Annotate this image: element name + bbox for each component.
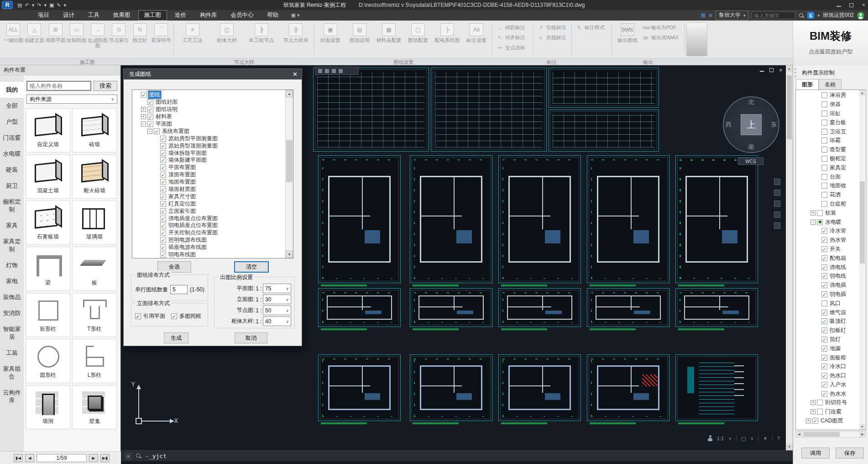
layer-checkbox[interactable] — [817, 210, 823, 216]
tree-item-label[interactable]: 顶面布置图 — [167, 171, 197, 179]
component-item[interactable]: 石膏板墙 — [26, 200, 70, 245]
layer-label[interactable]: 水电暖 — [824, 218, 842, 226]
nav-icon[interactable] — [774, 179, 780, 185]
layer-tree-item[interactable]: 燃气设 — [797, 308, 859, 317]
ribbon-small-button[interactable]: ↗引线标注 — [538, 24, 566, 31]
cancel-button[interactable]: 取消 — [235, 332, 267, 343]
tree-item-label[interactable]: 地面布置图 — [167, 178, 197, 186]
component-item[interactable]: 玻璃墙 — [72, 200, 117, 245]
menu-tab[interactable]: 工具 — [82, 10, 105, 21]
scroll-up-icon[interactable]: ▲ — [286, 90, 293, 97]
tree-item[interactable]: 照明电源布线图 — [135, 237, 284, 244]
layer-label[interactable]: 花洒 — [829, 191, 842, 199]
layer-tree-item[interactable]: 窗台板 — [797, 118, 859, 127]
tree-item[interactable]: 墙体新建平面图 — [135, 157, 284, 164]
tree-checkbox[interactable] — [160, 186, 166, 192]
tree-item[interactable]: 立面索引图 — [135, 207, 284, 215]
tree-item[interactable]: 强电插座点位布置图 — [135, 215, 284, 222]
layer-label[interactable]: 窗台板 — [829, 119, 847, 127]
layer-label[interactable]: 面板暗 — [829, 354, 847, 362]
component-item[interactable]: T形柱 — [72, 293, 117, 337]
layer-tree-item[interactable]: 地面收 — [797, 181, 859, 190]
layer-tree-item[interactable]: 扣板灯 — [797, 326, 859, 335]
scale-caret-icon[interactable]: ∨ — [728, 436, 732, 441]
tree-item-label[interactable]: 家具尺寸图 — [167, 193, 197, 200]
layer-label[interactable]: 开关 — [829, 245, 842, 253]
toolbar-icon[interactable] — [318, 69, 322, 73]
layer-label[interactable]: 热水口 — [829, 372, 847, 380]
nav-icon[interactable] — [774, 200, 780, 207]
tree-checkbox[interactable] — [160, 172, 166, 178]
category-item[interactable]: 家电 — [0, 273, 24, 289]
minimize-icon[interactable] — [837, 3, 841, 7]
menu-tab[interactable]: 项目 — [32, 10, 55, 21]
canvas-mini-toolbar[interactable] — [315, 67, 359, 75]
tree-expander-icon[interactable] — [810, 211, 816, 216]
component-item[interactable]: 砖墙 — [72, 108, 117, 153]
drawing-sheet[interactable] — [587, 288, 669, 327]
tree-checkbox[interactable] — [147, 121, 153, 127]
ribbon-button[interactable]: ▣封面设置 — [316, 22, 345, 43]
layer-checkbox[interactable] — [817, 400, 823, 406]
layer-tree-item[interactable]: 浴霸 — [797, 136, 859, 145]
category-item[interactable]: 家具定制 — [0, 233, 24, 257]
ribbon-button[interactable]: ▤图纸说明 — [345, 22, 374, 43]
layer-checkbox[interactable] — [821, 246, 827, 252]
tree-item[interactable]: 家具尺寸图 — [135, 193, 284, 200]
quick-access-icon[interactable]: ✎ — [57, 2, 61, 8]
drawing-sheet[interactable] — [675, 288, 758, 327]
component-item[interactable]: 梁 — [26, 247, 70, 291]
layer-tree-item[interactable]: 台面 — [797, 172, 859, 181]
category-item[interactable]: 家具 — [0, 217, 24, 233]
component-item[interactable]: 耐火砖墙 — [72, 154, 117, 199]
layer-checkbox[interactable] — [821, 228, 827, 234]
ribbon-button[interactable]: ╠本工程节点 — [245, 22, 278, 43]
tree-item-label[interactable]: 材料表 — [155, 113, 173, 121]
tree-item[interactable]: 弱电布线图 — [135, 251, 284, 258]
layer-checkbox[interactable] — [821, 282, 827, 288]
tree-item-label[interactable]: 强电插座点位布置图 — [167, 215, 219, 222]
layer-checkbox[interactable] — [821, 147, 827, 153]
layer-tree-item[interactable]: 软装 — [797, 208, 859, 217]
tree-item[interactable]: 墙面材质图 — [135, 186, 284, 193]
layer-label[interactable]: 软装 — [824, 209, 837, 217]
layer-label[interactable]: CAD图层 — [820, 417, 844, 425]
layer-label[interactable]: 便器 — [829, 100, 842, 108]
layer-tree-item[interactable]: 吸顶灯 — [797, 317, 859, 326]
ribbon-small-button[interactable]: 3D输出3DMAX — [643, 34, 679, 41]
e-logo-caret-icon[interactable]: ▾ — [817, 13, 820, 18]
quick-access-icon[interactable]: ↷ — [37, 2, 41, 8]
bim-panel[interactable]: BIM装修 点击返回原始户型 — [793, 21, 868, 65]
component-source-select[interactable]: 构件来源∨ — [26, 95, 117, 104]
layer-label[interactable]: 家具定 — [829, 164, 847, 172]
category-item[interactable]: 灯饰 — [0, 257, 24, 273]
ribbon-small-button[interactable]: ↦交点连标 — [497, 44, 525, 51]
ribbon-small-button[interactable]: ✎标注样式 — [576, 24, 605, 31]
layer-tree-item[interactable]: 弱电线 — [797, 272, 859, 281]
layer-checkbox[interactable] — [821, 364, 827, 369]
nav-icon[interactable] — [774, 222, 780, 229]
dialog-close-icon[interactable]: ✕ — [293, 71, 298, 78]
ribbon-button[interactable]: △创建立面 — [24, 22, 45, 43]
drawing-sheet[interactable] — [675, 155, 758, 283]
drawing-sheet[interactable] — [587, 155, 669, 283]
layer-tree-item[interactable]: CAD图层 — [797, 417, 859, 426]
ribbon-button[interactable]: ▭绘制剖面 — [66, 22, 87, 43]
menu-tab[interactable]: 效果图 — [107, 10, 136, 21]
command-clear-icon[interactable]: × — [125, 453, 132, 460]
display-settings-icon[interactable]: ▢ — [741, 436, 746, 442]
menu-tab[interactable]: 设计 — [57, 10, 80, 21]
layer-tree-hscrollbar[interactable]: ◀ ▶ — [795, 431, 866, 438]
layer-checkbox[interactable] — [821, 391, 827, 397]
layer-checkbox[interactable] — [821, 273, 827, 279]
ribbon-button[interactable]: ≡工艺工法 — [176, 22, 209, 43]
tree-checkbox[interactable] — [160, 143, 166, 149]
annotation-scale-icon[interactable] — [708, 435, 712, 442]
tree-checkbox[interactable] — [160, 237, 166, 243]
layer-checkbox[interactable] — [821, 101, 827, 107]
tree-item-label[interactable]: 弱电插座点位布置图 — [167, 221, 219, 229]
layer-tree-item[interactable]: 热水管 — [797, 236, 859, 245]
drawing-sheet[interactable] — [318, 288, 401, 327]
drawing-sheet[interactable] — [549, 68, 659, 108]
tree-expander-icon[interactable] — [147, 129, 152, 134]
